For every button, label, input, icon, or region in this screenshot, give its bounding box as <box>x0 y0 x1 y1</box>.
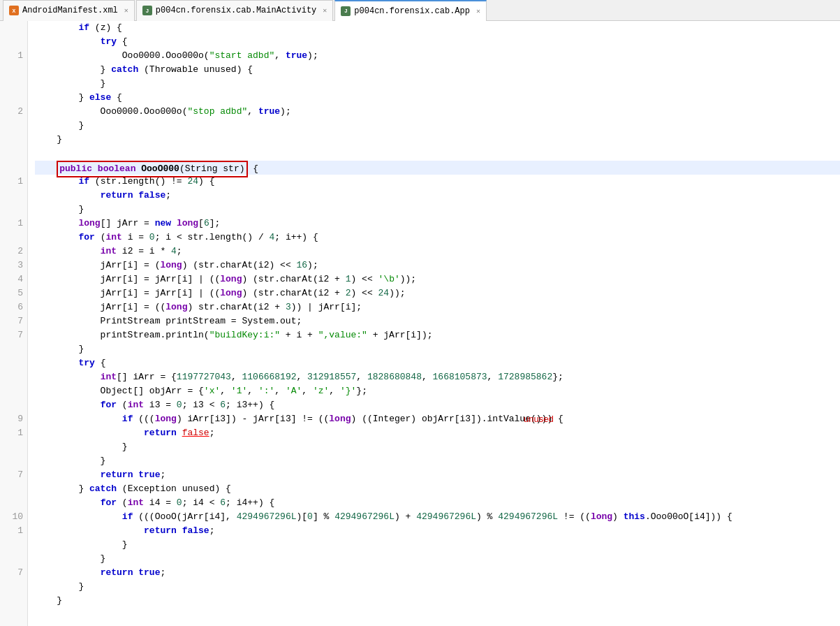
code-line <box>35 147 840 161</box>
ln-6: 6 <box>4 300 23 314</box>
code-line: Object[] objArr = {'x', '1', ':', 'A', '… <box>35 384 840 398</box>
code-line: if (str.length() != 24) { <box>35 175 840 189</box>
tab-app[interactable]: J p004cn.forensix.cab.App ✕ <box>334 0 487 21</box>
tab-mainactivity[interactable]: J p004cn.forensix.cab.MainActivity ✕ <box>136 0 333 21</box>
ln-1b: 1 <box>4 175 23 189</box>
code-line: return false; <box>35 524 840 538</box>
line-numbers: 1 2 1 1 2 3 4 5 6 7 7 9 1 7 10 1 <box>0 21 28 626</box>
code-line: } <box>35 203 840 217</box>
xml-icon: X <box>9 6 19 15</box>
code-line: } <box>35 133 840 147</box>
code-line: Ooo0000.Ooo000o("start adbd", true); <box>35 49 840 63</box>
tab-close-app[interactable]: ✕ <box>476 7 480 15</box>
tab-label-mainactivity: p004cn.forensix.cab.MainActivity <box>156 6 316 15</box>
code-line: long[] jArr = new long[6]; <box>35 217 840 231</box>
code-line: for (int i3 = 0; i3 < 6; i3++) { <box>35 398 840 412</box>
tab-label-app: p004cn.forensix.cab.App <box>354 6 470 16</box>
ln-7c: 7 <box>4 468 23 482</box>
code-line: printStream.println("buildKey:i:" + i + … <box>35 328 840 342</box>
code-line: } <box>35 552 840 566</box>
code-line: PrintStream printStream = System.out; <box>35 314 840 328</box>
code-line-public-boolean: public boolean OooO000(String str) { <box>35 161 840 175</box>
code-line: jArr[i] = jArr[i] | ((long) (str.charAt(… <box>35 272 840 286</box>
ln-1c: 1 <box>4 217 23 231</box>
code-line: jArr[i] = (long) (str.charAt(i2) << 16); <box>35 259 840 272</box>
code-line: try { <box>35 356 840 370</box>
code-line: return true; <box>35 566 840 580</box>
ln-7a: 7 <box>4 314 23 328</box>
code-line: } catch (Exception unused) { <box>35 482 840 496</box>
code-line: jArr[i] = ((long) str.charAt(i2 + 3)) | … <box>35 300 840 314</box>
ln-9: 9 <box>4 412 23 426</box>
ln-7d: 7 <box>4 566 23 580</box>
unused-label: unused <box>524 412 554 426</box>
code-line: } <box>35 454 840 468</box>
tab-label-manifest: AndroidManifest.xml <box>22 6 118 15</box>
code-line: } catch (Throwable unused) { <box>35 63 840 77</box>
code-line: if (((OooO(jArr[i4], 4294967296L)[0] % 4… <box>35 510 840 524</box>
java-icon-main: J <box>142 6 152 15</box>
code-line: if (z) { <box>35 21 840 35</box>
code-line: return false; <box>35 189 840 203</box>
ln-1a: 1 <box>4 49 23 63</box>
tab-bar: X AndroidManifest.xml ✕ J p004cn.forensi… <box>0 0 840 21</box>
code-line: for (int i4 = 0; i4 < 6; i4++) { <box>35 496 840 510</box>
ln-5: 5 <box>4 286 23 300</box>
code-line: } <box>35 594 840 608</box>
code-line: jArr[i] = jArr[i] | ((long) (str.charAt(… <box>35 286 840 300</box>
code-line: } else { <box>35 91 840 105</box>
code-line: return true; <box>35 468 840 482</box>
code-line: } <box>35 580 840 594</box>
code-line: } <box>35 342 840 356</box>
tab-androidmanifest[interactable]: X AndroidManifest.xml ✕ <box>3 0 135 21</box>
tab-close-mainactivity[interactable]: ✕ <box>323 6 327 15</box>
ln-1d: 1 <box>4 426 23 440</box>
ln-3: 3 <box>4 259 23 272</box>
code-line: Ooo0000.Ooo000o("stop adbd", true); <box>35 105 840 119</box>
code-line: } <box>35 538 840 552</box>
code-line: } <box>35 77 840 91</box>
java-icon-app: J <box>341 6 351 16</box>
code-line: } <box>35 440 840 454</box>
code-line: if (((long) iArr[i3]) - jArr[i3] != ((lo… <box>35 412 840 426</box>
ln-4: 4 <box>4 272 23 286</box>
tab-close-manifest[interactable]: ✕ <box>124 6 128 15</box>
ln-2b: 2 <box>4 245 23 259</box>
ln-2: 2 <box>4 105 23 119</box>
code-line: return false; <box>35 426 840 440</box>
code-line: try { <box>35 35 840 49</box>
code-line: int[] iArr = {1197727043, 1106668192, 31… <box>35 370 840 384</box>
ln-10: 10 <box>4 510 23 524</box>
ln-7b: 7 <box>4 328 23 342</box>
code-area: 1 2 1 1 2 3 4 5 6 7 7 9 1 7 10 1 <box>0 21 840 626</box>
code-line: for (int i = 0; i < str.length() / 4; i+… <box>35 231 840 245</box>
ln-1e: 1 <box>4 524 23 538</box>
code-content: if (z) { try { Ooo0000.Ooo000o("start ad… <box>28 21 840 626</box>
code-line: int i2 = i * 4; <box>35 245 840 259</box>
code-line: } <box>35 119 840 133</box>
